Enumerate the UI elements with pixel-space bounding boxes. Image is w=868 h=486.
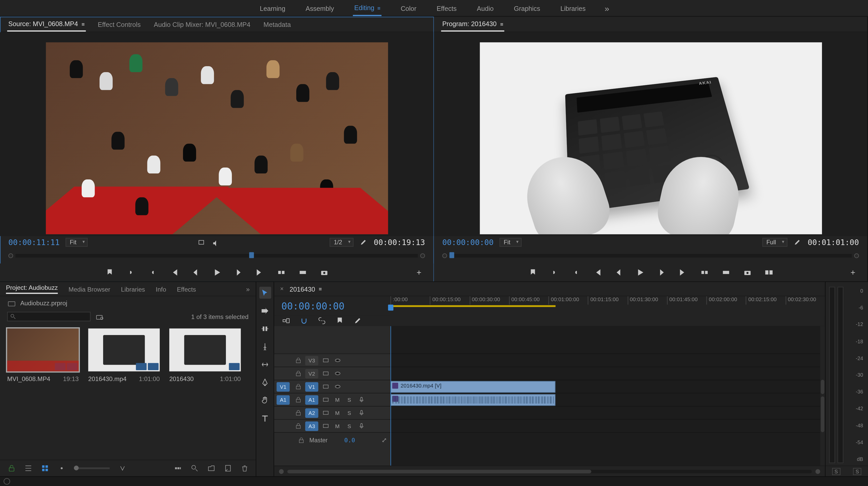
new-item-button[interactable] xyxy=(224,464,232,472)
prog-mark-out-button[interactable] xyxy=(571,268,580,277)
project-tab-project[interactable]: Project: Audiobuzz xyxy=(6,284,58,294)
slip-tool[interactable] xyxy=(259,358,271,370)
sync-lock-icon[interactable] xyxy=(319,357,331,363)
nest-sequence-toggle[interactable] xyxy=(281,316,291,326)
workspace-tab-libraries[interactable]: Libraries xyxy=(559,1,587,15)
prog-lift-button[interactable] xyxy=(700,268,709,277)
program-scrub-start[interactable] xyxy=(442,253,447,258)
lock-icon[interactable] xyxy=(292,396,304,403)
export-frame-button[interactable] xyxy=(319,268,329,277)
track-header-v1[interactable]: V1 V1 xyxy=(274,380,391,393)
workspace-tab-audio[interactable]: Audio xyxy=(476,1,495,15)
source-zoom-select[interactable]: Fit xyxy=(66,238,88,247)
add-marker-timeline-button[interactable] xyxy=(335,316,345,326)
source-patch-badge[interactable]: V1 xyxy=(277,382,290,391)
solo-left-button[interactable]: S xyxy=(832,468,840,475)
timeline-zoom-in-handle[interactable] xyxy=(815,469,820,474)
program-zoom-select[interactable]: Fit xyxy=(500,238,522,247)
timeline-track-area[interactable]: 2016430.mp4 [V] xyxy=(390,326,825,465)
project-tab-info[interactable]: Info xyxy=(156,285,166,293)
prog-mark-in-button[interactable] xyxy=(549,268,559,277)
audio-clip[interactable] xyxy=(390,394,556,406)
program-video-viewport[interactable]: AKAI xyxy=(434,32,867,236)
mark-out-button[interactable] xyxy=(148,268,157,277)
program-settings-icon[interactable] xyxy=(793,238,802,246)
program-tab[interactable]: Program: 2016430≡ xyxy=(441,17,504,31)
mute-button[interactable]: M xyxy=(331,410,343,416)
video-clip[interactable]: 2016430.mp4 [V] xyxy=(390,381,556,393)
track-header-v3[interactable]: V3 xyxy=(274,354,391,367)
new-bin-from-search-icon[interactable] xyxy=(95,312,104,321)
sort-icons-button[interactable] xyxy=(118,464,126,472)
go-to-out-button[interactable] xyxy=(255,268,265,277)
source-playhead[interactable] xyxy=(249,252,254,258)
workspace-tab-effects[interactable]: Effects xyxy=(436,1,458,15)
project-tab-media-browser[interactable]: Media Browser xyxy=(68,285,110,293)
project-writable-icon[interactable] xyxy=(7,464,16,472)
add-marker-button[interactable] xyxy=(105,268,114,277)
prog-go-to-out-button[interactable] xyxy=(678,268,688,277)
track-header-a3[interactable]: A3 M S xyxy=(274,419,391,432)
program-scrub-end[interactable] xyxy=(854,253,859,258)
program-current-timecode[interactable]: 00:00:00:00 xyxy=(442,238,494,247)
type-tool[interactable] xyxy=(259,412,271,424)
ripple-edit-tool[interactable] xyxy=(259,323,271,335)
voiceover-record-icon[interactable] xyxy=(355,396,367,403)
toggle-track-output-icon[interactable] xyxy=(331,370,343,377)
solo-button[interactable]: S xyxy=(343,410,355,416)
program-playhead[interactable] xyxy=(450,252,454,258)
linked-selection-toggle[interactable] xyxy=(317,316,327,326)
project-tab-effects[interactable]: Effects xyxy=(177,285,196,293)
solo-button[interactable]: S xyxy=(343,397,355,403)
source-scrub-start[interactable] xyxy=(8,253,13,258)
insert-button[interactable] xyxy=(276,268,286,277)
project-search-input[interactable] xyxy=(7,312,91,321)
prog-export-frame-button[interactable] xyxy=(742,268,752,277)
track-header-a2[interactable]: A2 M S xyxy=(274,406,391,419)
source-resolution-select[interactable]: 1/2 xyxy=(330,238,353,247)
prog-extract-button[interactable] xyxy=(721,268,731,277)
timeline-playhead-handle[interactable] xyxy=(388,305,394,310)
source-scrub-end[interactable] xyxy=(420,253,425,258)
prog-step-back-button[interactable] xyxy=(614,268,623,277)
prog-add-marker-button[interactable] xyxy=(528,268,537,277)
step-forward-button[interactable] xyxy=(234,268,243,277)
program-resolution-select[interactable]: Full xyxy=(762,238,787,247)
close-sequence-button[interactable]: × xyxy=(280,286,284,292)
track-header-a1[interactable]: A1 A1 M S xyxy=(274,393,391,406)
workspace-tab-assembly[interactable]: Assembly xyxy=(305,1,335,15)
track-target-badge[interactable]: V2 xyxy=(305,369,318,378)
prog-go-to-in-button[interactable] xyxy=(592,268,602,277)
step-back-button[interactable] xyxy=(190,268,200,277)
drag-audio-only-icon[interactable] xyxy=(212,238,220,246)
toggle-track-output-icon[interactable] xyxy=(331,383,343,390)
overwrite-button[interactable] xyxy=(298,268,307,277)
track-target-badge[interactable]: A1 xyxy=(305,395,318,404)
freeform-view-button[interactable] xyxy=(57,464,65,472)
timeline-settings-button[interactable] xyxy=(353,316,363,326)
bin-item[interactable]: 2016430.mp41:01:00 xyxy=(88,329,160,382)
voiceover-record-icon[interactable] xyxy=(355,423,367,429)
sync-lock-icon[interactable] xyxy=(319,409,331,416)
mute-button[interactable]: M xyxy=(331,397,343,403)
new-bin-button[interactable] xyxy=(207,464,215,472)
mark-in-button[interactable] xyxy=(126,268,136,277)
bin-thumbnail[interactable] xyxy=(7,329,79,371)
solo-right-button[interactable]: S xyxy=(853,468,861,475)
snap-toggle[interactable] xyxy=(299,316,309,326)
find-button[interactable] xyxy=(190,464,198,472)
lock-icon[interactable] xyxy=(292,370,304,377)
bin-item[interactable]: MVI_0608.MP419:13 xyxy=(7,329,79,382)
workspace-tab-color[interactable]: Color xyxy=(400,1,418,15)
selection-tool[interactable] xyxy=(259,287,271,299)
timeline-vertical-scrollbar[interactable] xyxy=(820,326,825,465)
source-current-timecode[interactable]: 00:00:11:11 xyxy=(8,238,60,247)
program-button-editor[interactable]: + xyxy=(850,268,855,277)
workspace-overflow-button[interactable]: » xyxy=(604,3,609,13)
collapse-master-button[interactable]: ⤢ xyxy=(381,436,387,444)
work-area-bar[interactable] xyxy=(390,305,556,307)
source-button-editor[interactable]: + xyxy=(416,268,421,277)
project-overflow-button[interactable]: » xyxy=(246,285,250,293)
source-patch-badge[interactable]: A1 xyxy=(277,395,290,404)
timeline-horizontal-scrollbar[interactable] xyxy=(287,469,812,473)
